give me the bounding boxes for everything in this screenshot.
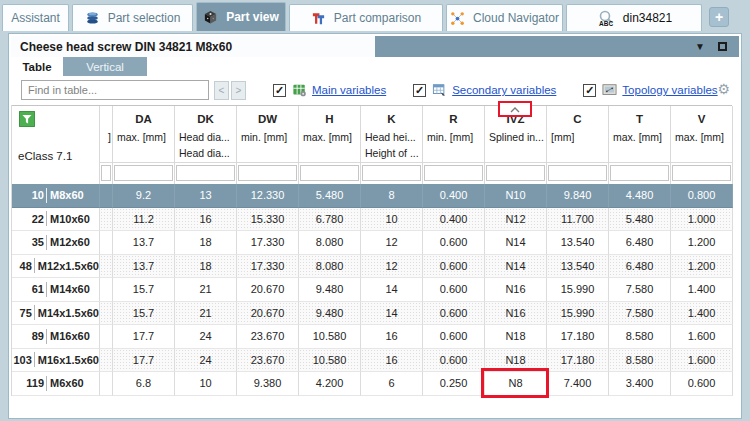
table-cell[interactable]: 1.600: [671, 349, 733, 373]
table-cell[interactable]: 10: [361, 208, 423, 232]
table-cell[interactable]: N18: [485, 349, 547, 373]
table-cell[interactable]: 1.600: [671, 325, 733, 349]
table-cell[interactable]: 13.540: [547, 255, 609, 279]
column-header-da[interactable]: DAmax. [mm]: [113, 106, 175, 184]
table-cell[interactable]: 23.670: [237, 325, 299, 349]
table-cell[interactable]: 1.000: [671, 208, 733, 232]
main-variables-link[interactable]: Main variables: [312, 84, 386, 96]
row-label-cell[interactable]: 103M16x1.5x60: [12, 349, 100, 373]
table-cell[interactable]: 21: [175, 278, 237, 302]
table-cell[interactable]: 18: [175, 255, 237, 279]
table-cell[interactable]: 14: [361, 278, 423, 302]
table-cell[interactable]: 15.330: [237, 208, 299, 232]
table-cell[interactable]: 12.330: [237, 184, 299, 208]
table-cell[interactable]: 0.400: [423, 208, 485, 232]
column-filter-input[interactable]: [362, 165, 421, 181]
table-cell[interactable]: 15.7: [113, 302, 175, 326]
row-label-cell[interactable]: 22M10x60: [12, 208, 100, 232]
row-label-cell[interactable]: 48M12x1.5x60: [12, 255, 100, 279]
column-header-dw[interactable]: DWmin. [mm]: [237, 106, 299, 184]
table-cell[interactable]: 10: [175, 372, 237, 396]
table-cell[interactable]: 14: [361, 302, 423, 326]
table-cell[interactable]: 24: [175, 325, 237, 349]
table-cell[interactable]: 12: [361, 255, 423, 279]
table-cell[interactable]: 0.600: [423, 302, 485, 326]
table-cell[interactable]: 23.670: [237, 349, 299, 373]
tab-part-view[interactable]: Part view: [196, 2, 286, 31]
table-cell[interactable]: 15.7: [113, 278, 175, 302]
table-cell[interactable]: 17.330: [237, 231, 299, 255]
table-cell[interactable]: 0.400: [423, 184, 485, 208]
table-cell[interactable]: N16: [485, 278, 547, 302]
table-cell[interactable]: 6.780: [299, 208, 361, 232]
table-cell[interactable]: 8: [361, 184, 423, 208]
row-label-cell[interactable]: 35M12x60: [12, 231, 100, 255]
table-row[interactable]: 119M6x606.8109.3804.20060.250N87.4003.40…: [12, 372, 732, 396]
column-header-ivz[interactable]: IVZSplined in...: [485, 106, 547, 184]
column-filter-input[interactable]: [548, 165, 607, 181]
column-header-t[interactable]: Tmax. [mm]: [609, 106, 671, 184]
table-cell[interactable]: 10.580: [299, 325, 361, 349]
table-cell-truncated[interactable]: [100, 325, 113, 349]
row-label-cell[interactable]: 10M8x60: [12, 184, 100, 208]
maximize-icon[interactable]: [718, 42, 727, 51]
table-cell[interactable]: 5.480: [609, 208, 671, 232]
table-cell[interactable]: 0.600: [423, 255, 485, 279]
table-cell[interactable]: 6.480: [609, 231, 671, 255]
table-cell[interactable]: 0.600: [423, 278, 485, 302]
column-header-c[interactable]: C[mm]: [547, 106, 609, 184]
tab-part-comparison[interactable]: Part comparison: [289, 4, 443, 31]
column-filter-input[interactable]: [238, 165, 297, 181]
table-cell[interactable]: 18: [175, 231, 237, 255]
table-cell[interactable]: 20.670: [237, 278, 299, 302]
table-cell[interactable]: 17.180: [547, 349, 609, 373]
table-cell[interactable]: 1.200: [671, 255, 733, 279]
column-filter-input[interactable]: [672, 165, 731, 181]
table-cell[interactable]: 0.600: [423, 231, 485, 255]
column-header-v[interactable]: Vmax. [mm]: [671, 106, 733, 184]
find-previous-button[interactable]: <: [214, 81, 229, 100]
settings-gear-icon[interactable]: ⚙: [717, 82, 730, 96]
table-cell[interactable]: 17.7: [113, 325, 175, 349]
table-cell[interactable]: 0.600: [423, 349, 485, 373]
topology-variables-checkbox[interactable]: [583, 84, 596, 97]
table-cell[interactable]: 21: [175, 302, 237, 326]
add-tab-button[interactable]: +: [709, 7, 729, 27]
table-cell[interactable]: 17.330: [237, 255, 299, 279]
table-cell[interactable]: 1.200: [671, 231, 733, 255]
main-variables-checkbox[interactable]: [273, 84, 286, 97]
table-cell[interactable]: 7.580: [609, 302, 671, 326]
table-cell[interactable]: N14: [485, 255, 547, 279]
table-cell[interactable]: 11.700: [547, 208, 609, 232]
table-cell[interactable]: 16: [175, 208, 237, 232]
tab-assistant[interactable]: Assistant: [2, 4, 69, 31]
table-cell[interactable]: 3.400: [609, 372, 671, 396]
table-cell[interactable]: 9.480: [299, 302, 361, 326]
tab-search[interactable]: ABC din34821: [566, 4, 702, 31]
table-cell[interactable]: 1.400: [671, 302, 733, 326]
table-cell[interactable]: 9.380: [237, 372, 299, 396]
table-cell[interactable]: 20.670: [237, 302, 299, 326]
table-cell[interactable]: 13: [175, 184, 237, 208]
table-cell[interactable]: 8.580: [609, 325, 671, 349]
table-cell[interactable]: 1.400: [671, 278, 733, 302]
table-cell[interactable]: 7.580: [609, 278, 671, 302]
table-cell[interactable]: N10: [485, 184, 547, 208]
table-cell[interactable]: 9.2: [113, 184, 175, 208]
find-next-button[interactable]: >: [231, 81, 246, 100]
table-cell[interactable]: 17.180: [547, 325, 609, 349]
table-cell[interactable]: 0.600: [671, 372, 733, 396]
table-cell[interactable]: 16: [361, 325, 423, 349]
view-tab-table[interactable]: Table: [11, 57, 63, 76]
find-in-table-input[interactable]: [21, 80, 209, 100]
table-cell[interactable]: 13.540: [547, 231, 609, 255]
table-cell[interactable]: 15.990: [547, 278, 609, 302]
view-tab-vertical[interactable]: Vertical: [63, 57, 147, 76]
table-cell-truncated[interactable]: [100, 255, 113, 279]
table-cell-truncated[interactable]: [100, 184, 113, 208]
row-label-cell[interactable]: 75M14x1.5x60: [12, 302, 100, 326]
sort-ascending-icon[interactable]: [509, 103, 521, 115]
table-cell[interactable]: 0.800: [671, 184, 733, 208]
table-cell[interactable]: N18: [485, 325, 547, 349]
filter-icon[interactable]: [19, 111, 35, 129]
